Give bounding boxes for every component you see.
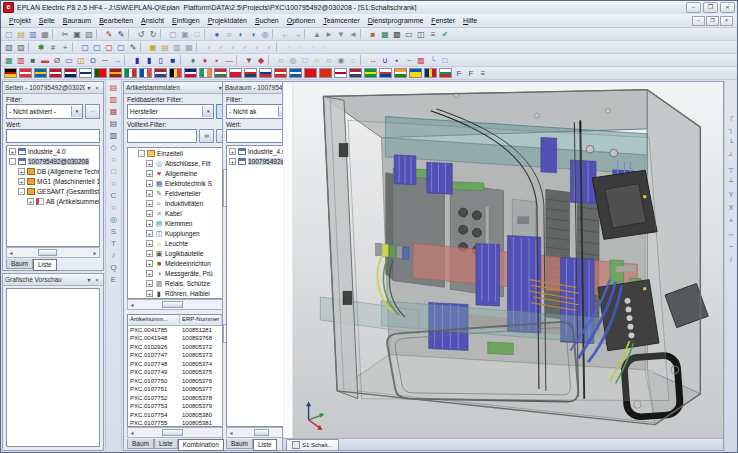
- disabled-j-icon[interactable]: ▫: [319, 42, 331, 53]
- expand-toggle[interactable]: +: [146, 190, 153, 197]
- expand-toggle[interactable]: +: [146, 220, 153, 227]
- layout-filter-select[interactable]: - Nicht ak ▼: [226, 104, 290, 119]
- square-icon[interactable]: □: [299, 55, 311, 66]
- report-b-icon[interactable]: ▥: [108, 94, 120, 106]
- tee-down-icon[interactable]: ┬: [725, 162, 737, 175]
- expand-toggle[interactable]: +: [229, 158, 236, 165]
- tab-kombination[interactable]: Kombination: [178, 439, 224, 451]
- plus-icon[interactable]: +: [725, 214, 737, 227]
- scroll-left-icon[interactable]: ◄: [7, 250, 15, 256]
- tree-item[interactable]: -GESAMT (Gesamtlisten): [7, 186, 99, 196]
- scroll-left-icon[interactable]: ◄: [128, 430, 136, 436]
- expand-toggle[interactable]: -: [18, 188, 25, 195]
- parts-tree[interactable]: -Einzelteil+◎Abschlüsse, Filt+♥Allgemein…: [127, 147, 231, 299]
- scroll-left-icon[interactable]: ◄: [128, 302, 136, 308]
- page-red-icon[interactable]: ▢: [103, 42, 115, 53]
- diamond-red-icon[interactable]: ◆: [255, 55, 267, 66]
- window-split-icon[interactable]: ◫: [415, 29, 427, 40]
- tree-item[interactable]: +DB (Allgemeine Technische: [7, 166, 99, 176]
- search-icon[interactable]: ∞: [199, 129, 214, 143]
- quick-b-icon[interactable]: E: [108, 274, 120, 286]
- menu-einfügen[interactable]: Einfügen: [168, 16, 204, 25]
- tree-item[interactable]: +◫Kupplungen: [128, 228, 222, 238]
- table-row[interactable]: PXC.0041785100851281: [128, 326, 222, 335]
- flag-uk-icon[interactable]: [184, 68, 197, 78]
- tree-item[interactable]: +▤Klemmen: [128, 218, 222, 228]
- pin-red-icon[interactable]: ♦: [199, 55, 211, 66]
- chevron-down-icon[interactable]: ▼: [71, 106, 82, 117]
- zoom-page-icon[interactable]: ◎: [259, 29, 271, 40]
- report-c-icon[interactable]: ▦: [108, 106, 120, 118]
- undo-icon[interactable]: ↺: [135, 29, 147, 40]
- redo-icon[interactable]: ↻: [147, 29, 159, 40]
- disabled-e-icon[interactable]: ▪: [251, 42, 263, 53]
- report-d-icon[interactable]: ▤: [108, 118, 120, 130]
- nav-right-icon[interactable]: ►: [323, 29, 335, 40]
- tree-item[interactable]: +MG1 (Maschinenteil 1): [7, 176, 99, 186]
- menu-bauraum[interactable]: Bauraum: [59, 16, 95, 25]
- back-icon[interactable]: ←: [279, 29, 291, 40]
- expand-toggle[interactable]: +: [18, 168, 25, 175]
- column-header[interactable]: ERP-Nummer: [180, 315, 222, 325]
- open-icon[interactable]: ▤: [15, 29, 27, 40]
- expand-toggle[interactable]: +: [146, 250, 153, 257]
- flag-greece-icon[interactable]: [289, 68, 302, 78]
- macro-b-icon[interactable]: ▦: [183, 42, 195, 53]
- flag-italy-icon[interactable]: [124, 68, 137, 78]
- check-icon[interactable]: ✔: [439, 29, 451, 40]
- box-red-icon[interactable]: ▥: [15, 55, 27, 66]
- menu-suchen[interactable]: Suchen: [251, 16, 283, 25]
- zoom-out-icon[interactable]: ◐: [235, 29, 247, 40]
- flag-russia-icon[interactable]: [259, 68, 272, 78]
- tree-item[interactable]: -Einzelteil: [128, 148, 222, 158]
- nav-down-icon[interactable]: ▼: [335, 29, 347, 40]
- print-icon[interactable]: ▦: [39, 29, 51, 40]
- flag-usa-icon[interactable]: [349, 68, 362, 78]
- pages-tree[interactable]: +Industrie_4.0-100795492@030208+DB (Allg…: [6, 145, 100, 247]
- panel-close-icon[interactable]: ×: [93, 85, 101, 91]
- scroll-thumb[interactable]: [162, 429, 184, 436]
- disabled-g-icon[interactable]: ▫: [283, 42, 295, 53]
- shape-diamond-icon[interactable]: ◇: [108, 142, 120, 154]
- table-row[interactable]: PXC.0107748100805374: [128, 360, 222, 369]
- table-row[interactable]: PXC.0107751100805377: [128, 386, 222, 395]
- cabinet-icon[interactable]: ◫: [75, 55, 87, 66]
- flag-czech-icon[interactable]: [244, 68, 257, 78]
- spline-icon[interactable]: S: [108, 226, 120, 238]
- outline-icon[interactable]: □: [439, 55, 451, 66]
- save-icon[interactable]: ▥: [27, 29, 39, 40]
- duct-a-icon[interactable]: ▮: [131, 55, 143, 66]
- table-row[interactable]: PXC.0107752100805378: [128, 394, 222, 403]
- tree-item[interactable]: +✎Feldverteiler: [128, 188, 222, 198]
- expand-toggle[interactable]: +: [146, 210, 153, 217]
- flag-portugal-icon[interactable]: [94, 68, 107, 78]
- flag-hungary-icon[interactable]: [214, 68, 227, 78]
- disabled-i-icon[interactable]: ▫: [307, 42, 319, 53]
- flag-france-icon[interactable]: [139, 68, 152, 78]
- page-list-icon[interactable]: □: [191, 29, 203, 40]
- cross-icon[interactable]: X: [725, 201, 737, 214]
- expand-toggle[interactable]: +: [229, 148, 236, 155]
- corner-br-icon[interactable]: ┘: [725, 149, 737, 162]
- corner-tr-icon[interactable]: ┐: [725, 123, 737, 136]
- branch-y-icon[interactable]: Y: [725, 188, 737, 201]
- page-next-icon[interactable]: ▣: [179, 29, 191, 40]
- menu-projektdaten[interactable]: Projektdaten: [204, 16, 251, 25]
- circle-e-icon[interactable]: ◌: [347, 55, 359, 66]
- flag-turkey-icon[interactable]: [304, 68, 317, 78]
- flag-bulgaria-icon[interactable]: [439, 68, 452, 78]
- page-blue2-icon[interactable]: ▢: [91, 42, 103, 53]
- close-button[interactable]: ×: [720, 2, 735, 13]
- line-red-icon[interactable]: ─: [99, 55, 111, 66]
- tree-item[interactable]: +▣Logikbauteile: [128, 248, 222, 258]
- menu-projekt[interactable]: Projekt: [5, 16, 35, 25]
- expand-toggle[interactable]: +: [9, 148, 16, 155]
- expand-toggle[interactable]: +: [27, 198, 34, 205]
- parts-table[interactable]: Artikelnumm...ERP-Nummer PXC.00417851008…: [127, 314, 231, 427]
- tab-liste[interactable]: Liste: [33, 259, 57, 271]
- flag-germany-icon[interactable]: [4, 68, 17, 78]
- scroll-left-icon[interactable]: ◄: [227, 430, 235, 436]
- fill-green-icon[interactable]: ■: [27, 55, 39, 66]
- copy-icon[interactable]: ▣: [71, 29, 83, 40]
- tab-liste[interactable]: Liste: [154, 439, 178, 449]
